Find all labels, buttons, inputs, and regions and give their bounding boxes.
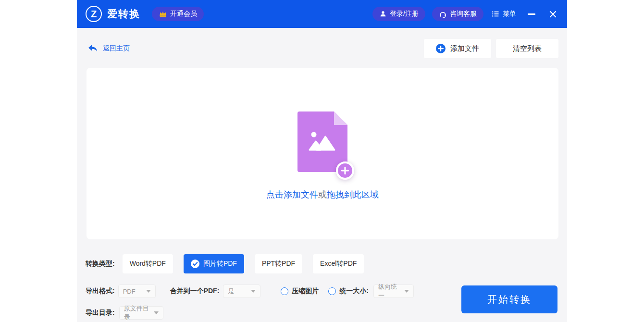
dropzone-hint: 点击添加文件或拖拽到此区域 [87, 189, 558, 200]
export-format-label: 导出格式: [86, 287, 115, 296]
add-files-button[interactable]: 添加文件 [424, 39, 491, 58]
vip-button[interactable]: 开通会员 [152, 7, 204, 21]
conversion-type-label: 转换类型: [86, 260, 115, 268]
back-home-label: 返回主页 [103, 44, 130, 53]
user-icon [379, 10, 387, 18]
plus-circle-icon [436, 44, 446, 53]
headset-icon [439, 10, 447, 18]
menu-label: 菜单 [503, 10, 516, 18]
login-button[interactable]: 登录/注册 [372, 7, 425, 21]
clear-list-button[interactable]: 清空列表 [496, 39, 558, 58]
login-label: 登录/注册 [390, 10, 419, 18]
list-icon [491, 10, 500, 18]
tab-label: Word转PDF [130, 260, 166, 268]
tab-image-to-pdf[interactable]: 图片转PDF [184, 254, 244, 273]
app-logo-icon: Z [86, 6, 102, 22]
output-directory-row: 导出目录: 原文件目录 [86, 306, 163, 320]
tab-label: PPT转PDF [262, 260, 295, 268]
minimize-button[interactable] [526, 8, 537, 20]
file-dropzone[interactable]: 点击添加文件或拖拽到此区域 [87, 68, 558, 239]
tab-word-to-pdf[interactable]: Word转PDF [123, 254, 173, 273]
output-dir-label: 导出目录: [86, 309, 115, 317]
image-glyph-icon [309, 130, 336, 153]
toolbar: 返回主页 添加文件 清空列表 [87, 38, 558, 59]
support-label: 咨询客服 [450, 10, 477, 18]
compress-label: 压缩图片 [292, 287, 319, 296]
unify-size-value: 纵向统一 [378, 283, 400, 300]
brand: Z 爱转换 开通会员 [86, 6, 204, 22]
menu-button[interactable]: 菜单 [491, 10, 516, 18]
export-options-row: 导出格式: PDF 合并到一个PDF: 是 压缩图片 统一大小: 纵向统一 [86, 285, 414, 298]
close-icon [549, 10, 557, 18]
minimize-icon [528, 13, 535, 15]
title-bar: Z 爱转换 开通会员 登录/注册 [77, 0, 567, 28]
compress-radio[interactable] [281, 287, 288, 295]
dropdown-arrow-icon [154, 311, 159, 314]
app-name: 爱转换 [107, 7, 140, 21]
merge-pdf-label: 合并到一个PDF: [170, 287, 220, 296]
export-format-value: PDF [123, 288, 136, 295]
start-convert-button[interactable]: 开始转换 [461, 285, 557, 313]
close-button[interactable] [547, 8, 558, 20]
export-format-dropdown[interactable]: PDF [118, 285, 156, 298]
tab-excel-to-pdf[interactable]: Excel转PDF [313, 254, 364, 273]
compress-images-option[interactable]: 压缩图片 [281, 287, 319, 296]
tab-label: Excel转PDF [320, 260, 357, 268]
logo-letter: Z [91, 9, 97, 20]
check-circle-icon [191, 260, 199, 268]
dropdown-arrow-icon [404, 290, 409, 293]
app-window: Z 爱转换 开通会员 登录/注册 [77, 0, 567, 322]
vip-label: 开通会员 [170, 10, 197, 18]
unify-label: 统一大小: [339, 287, 369, 296]
add-badge-icon [336, 161, 354, 180]
output-dir-value: 原文件目录 [124, 304, 150, 322]
hint-drag-text: 拖拽到此区域 [327, 190, 379, 199]
crown-icon [159, 10, 167, 18]
merge-pdf-value: 是 [228, 287, 234, 296]
folded-corner [334, 111, 347, 125]
support-button[interactable]: 咨询客服 [432, 7, 483, 21]
image-file-icon [297, 111, 347, 172]
unify-radio[interactable] [328, 287, 336, 295]
dropdown-arrow-icon [251, 290, 256, 293]
unify-size-dropdown[interactable]: 纵向统一 [373, 285, 414, 298]
dropdown-arrow-icon [146, 290, 151, 293]
unify-size-option[interactable]: 统一大小: [328, 287, 369, 296]
tab-label: 图片转PDF [203, 260, 237, 268]
merge-pdf-dropdown[interactable]: 是 [223, 285, 260, 298]
hint-click-text: 点击添加文件 [266, 190, 318, 199]
output-dir-dropdown[interactable]: 原文件目录 [119, 306, 163, 320]
add-files-label: 添加文件 [450, 44, 479, 53]
clear-list-label: 清空列表 [513, 44, 542, 53]
back-arrow-icon [87, 43, 99, 54]
hint-or-text: 或 [318, 190, 327, 199]
header-actions: 登录/注册 咨询客服 [366, 7, 558, 21]
conversion-type-row: 转换类型: Word转PDF 图片转PDF PPT转PDF Excel转PDF [86, 254, 374, 273]
tab-ppt-to-pdf[interactable]: PPT转PDF [255, 254, 302, 273]
back-home-link[interactable]: 返回主页 [87, 43, 130, 54]
